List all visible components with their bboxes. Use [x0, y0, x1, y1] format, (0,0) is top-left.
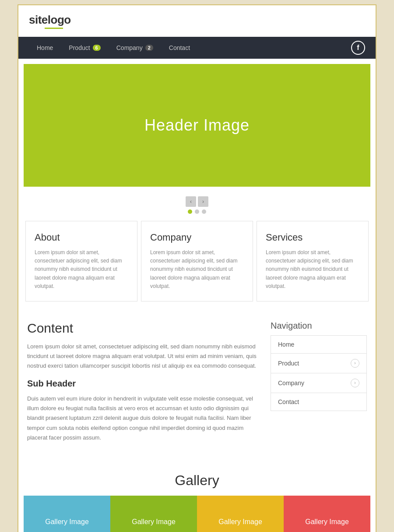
nav-label-contact: Contact [169, 44, 190, 51]
gallery-item-4-label: Gallery Image [305, 518, 349, 526]
sidebar-item-product-label: Product [278, 360, 299, 367]
card-company-text: Lorem ipsum dolor sit amet, consectetuer… [150, 248, 244, 291]
card-company-title: Company [150, 232, 244, 243]
sidebar-nav-title: Navigation [271, 321, 367, 331]
sidebar-item-contact-label: Contact [278, 398, 299, 405]
nav-label-product: Product [69, 44, 90, 51]
content-sidebar: Navigation Home Product › Company › Cont… [271, 321, 367, 450]
nav-item-home[interactable]: Home [29, 37, 61, 59]
slider-next[interactable]: › [198, 196, 208, 207]
sidebar-item-home[interactable]: Home [271, 336, 366, 354]
content-main-text: Lorem ipsum dolor sit amet, consectetuer… [27, 342, 260, 371]
gallery-item-1[interactable]: Gallery Image [24, 496, 110, 532]
dot-1[interactable] [188, 209, 192, 214]
logo-underline [45, 28, 63, 29]
content-title: Content [27, 321, 260, 336]
nav-item-company[interactable]: Company 2 [109, 37, 161, 59]
gallery-item-3-label: Gallery Image [218, 518, 262, 526]
sidebar-item-home-label: Home [278, 341, 294, 348]
nav-label-company: Company [116, 44, 143, 51]
card-services-title: Services [266, 232, 359, 243]
gallery-item-2-label: Gallery Image [132, 518, 176, 526]
gallery-item-4[interactable]: Gallery Image [284, 496, 370, 532]
nav-items: Home Product 6 Company 2 Contact [29, 37, 351, 59]
content-sub-text: Duis autem vel eum iriure dolor in hendr… [27, 394, 260, 442]
card-services: Services Lorem ipsum dolor sit amet, con… [257, 221, 369, 301]
content-main: Content Lorem ipsum dolor sit amet, cons… [27, 321, 260, 450]
slider-prev[interactable]: ‹ [186, 196, 196, 207]
logo-site: site [29, 13, 48, 26]
dot-2[interactable] [195, 209, 199, 214]
sidebar-item-company-label: Company [278, 379, 304, 387]
gallery-section: Gallery Gallery Image Gallery Image Gall… [18, 464, 376, 532]
nav-item-contact[interactable]: Contact [161, 37, 198, 59]
sidebar-item-contact[interactable]: Contact [271, 393, 366, 411]
logo-name: logo [48, 13, 71, 26]
sub-header: Sub Header [27, 379, 260, 389]
hero-section: Header Image [24, 64, 370, 187]
gallery-title: Gallery [24, 472, 370, 489]
gallery-item-2[interactable]: Gallery Image [110, 496, 197, 532]
card-about-title: About [35, 232, 128, 243]
sidebar-product-arrow: › [351, 359, 359, 368]
page-wrapper: sitelogo Home Product 6 Company 2 Contac… [18, 4, 376, 532]
content-section: Content Lorem ipsum dolor sit amet, cons… [18, 312, 376, 464]
nav-item-product[interactable]: Product 6 [61, 37, 108, 59]
sidebar-company-arrow: › [351, 379, 359, 387]
dot-3[interactable] [202, 209, 206, 214]
card-about-text: Lorem ipsum dolor sit amet, consectetuer… [35, 248, 128, 291]
gallery-grid: Gallery Image Gallery Image Gallery Imag… [24, 496, 370, 532]
slider-controls: ‹ › [18, 192, 376, 221]
product-badge: 6 [93, 45, 101, 51]
sidebar-nav: Home Product › Company › Contact [271, 335, 367, 411]
logo[interactable]: sitelogo [29, 13, 71, 29]
company-badge: 2 [145, 45, 153, 51]
sidebar-item-product[interactable]: Product › [271, 354, 366, 373]
sidebar-item-company[interactable]: Company › [271, 373, 366, 393]
facebook-icon: f [357, 44, 359, 52]
card-about: About Lorem ipsum dolor sit amet, consec… [25, 221, 137, 301]
slider-dots [188, 209, 206, 214]
card-company: Company Lorem ipsum dolor sit amet, cons… [141, 221, 253, 301]
facebook-button[interactable]: f [351, 41, 365, 55]
site-header: sitelogo [18, 5, 376, 37]
gallery-item-1-label: Gallery Image [45, 518, 89, 526]
main-nav: Home Product 6 Company 2 Contact f [18, 37, 376, 59]
card-services-text: Lorem ipsum dolor sit amet, consectetuer… [266, 248, 359, 291]
slider-arrows: ‹ › [186, 196, 208, 207]
gallery-item-3[interactable]: Gallery Image [197, 496, 284, 532]
hero-title: Header Image [144, 116, 250, 135]
cards-section: About Lorem ipsum dolor sit amet, consec… [18, 221, 376, 312]
nav-label-home: Home [37, 44, 53, 51]
